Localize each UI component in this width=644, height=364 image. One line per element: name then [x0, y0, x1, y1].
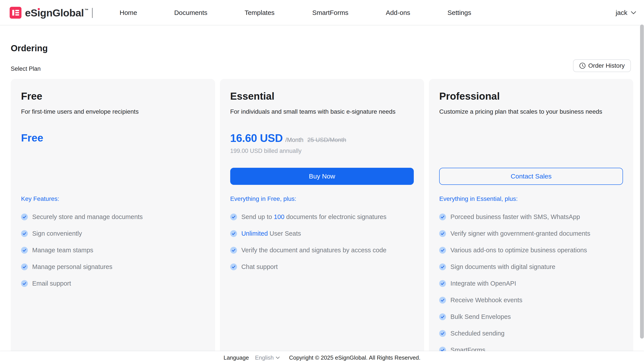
contact-sales-button[interactable]: Contact Sales [439, 168, 623, 185]
select-plan-label: Select Plan [11, 66, 633, 72]
check-icon [21, 280, 28, 287]
check-icon [439, 314, 446, 320]
ordering-page: Ordering Order History Select Plan Free … [0, 43, 644, 364]
features-list: Securely store and manage documents Sign… [21, 208, 208, 292]
features-heading: Everything in Free, plus: [230, 195, 296, 202]
price-value: Free [21, 132, 43, 144]
check-icon [21, 214, 28, 220]
feature-item: Email support [21, 275, 208, 292]
check-icon [230, 247, 237, 254]
check-icon [439, 230, 446, 237]
plan-card-professional: Professional Customize a pricing plan th… [429, 79, 633, 364]
feature-item: Send up to 100 documents for electronic … [230, 208, 418, 225]
user-name: jack [616, 9, 627, 16]
footer: Language English Copyright © 2025 eSignG… [0, 351, 644, 364]
plan-description: For first-time users and envelope recipi… [21, 108, 206, 115]
main-nav: Home Documents Templates SmartForms Add-… [0, 0, 644, 25]
feature-item: Unlimited User Seats [230, 225, 418, 242]
check-icon [21, 247, 28, 254]
features-list: Porceed business faster with SMS, WhatsA… [439, 208, 627, 358]
plan-cards: Free For first-time users and envelope r… [11, 79, 633, 364]
language-label: Language [224, 354, 249, 361]
clock-icon [579, 62, 586, 69]
feature-item: Bulk Send Envelopes [439, 308, 627, 325]
order-history-button[interactable]: Order History [573, 59, 631, 72]
features-heading: Key Features: [21, 195, 59, 202]
plan-description: Customize a pricing plan that scales to … [439, 108, 624, 115]
plan-name: Professional [439, 90, 500, 102]
chevron-down-icon [631, 11, 636, 14]
feature-highlight: Unlimited [242, 230, 268, 237]
check-icon [439, 297, 446, 304]
nav-item-documents[interactable]: Documents [174, 0, 208, 26]
feature-item: Porceed business faster with SMS, WhatsA… [439, 208, 627, 225]
plan-description: For individuals and small teams with bas… [230, 108, 416, 115]
price-value: 16.60 USD [230, 132, 283, 144]
check-icon [21, 230, 28, 237]
feature-item: Sign conveniently [21, 225, 208, 242]
check-icon [439, 264, 446, 270]
check-icon [21, 264, 28, 270]
plan-name: Essential [230, 90, 274, 102]
chevron-down-icon [276, 356, 280, 359]
feature-item: Sign documents with digital signature [439, 258, 627, 275]
feature-item: Manage personal signatures [21, 258, 208, 275]
plan-card-essential: Essential For individuals and small team… [220, 79, 424, 364]
copyright-text: Copyright © 2025 eSignGlobal. All Rights… [289, 354, 420, 361]
language-select[interactable]: English [255, 354, 280, 361]
feature-item: Various add-ons to optimize business ope… [439, 242, 627, 258]
feature-item: Manage team stamps [21, 242, 208, 258]
nav-item-settings[interactable]: Settings [448, 0, 471, 26]
nav-item-templates[interactable]: Templates [245, 0, 275, 26]
plan-price: Free [21, 132, 206, 144]
features-heading: Everything in Essential, plus: [439, 195, 518, 202]
check-icon [439, 330, 446, 337]
check-icon [439, 247, 446, 254]
plan-card-free: Free For first-time users and envelope r… [11, 79, 215, 364]
feature-item: Receive Webhook events [439, 292, 627, 308]
nav-item-home[interactable]: Home [120, 0, 137, 26]
feature-item: Integrate with OpenAPI [439, 275, 627, 292]
check-icon [230, 264, 237, 270]
order-history-label: Order History [588, 62, 625, 69]
features-list: Send up to 100 documents for electronic … [230, 208, 418, 275]
buy-now-button[interactable]: Buy Now [230, 168, 414, 185]
top-nav-bar: eSıgnGlobal™ Home Documents Templates Sm… [0, 0, 644, 26]
nav-item-addons[interactable]: Add-ons [386, 0, 410, 26]
feature-item: Securely store and manage documents [21, 208, 208, 225]
check-icon [439, 214, 446, 220]
price-period: /Month [286, 137, 304, 144]
language-value: English [255, 354, 274, 361]
nav-item-smartforms[interactable]: SmartForms [312, 0, 348, 26]
price-original-strikethrough: 25 USD/Month [307, 137, 346, 144]
vertical-scrollbar[interactable] [640, 24, 644, 338]
plan-price: 16.60 USD /Month 25 USD/Month [230, 132, 416, 144]
billing-note: 199.00 USD billed annually [230, 148, 302, 154]
feature-item: Chat support [230, 258, 418, 275]
plan-name: Free [21, 90, 42, 102]
check-icon [230, 230, 237, 237]
page-title: Ordering [11, 43, 633, 53]
check-icon [439, 280, 446, 287]
feature-highlight: 100 [274, 213, 284, 220]
user-menu[interactable]: jack [616, 0, 636, 26]
feature-item: Verify the document and signatures by ac… [230, 242, 418, 258]
feature-item: Verify signer with government-granted do… [439, 225, 627, 242]
check-icon [230, 214, 237, 220]
feature-item: Scheduled sending [439, 325, 627, 342]
